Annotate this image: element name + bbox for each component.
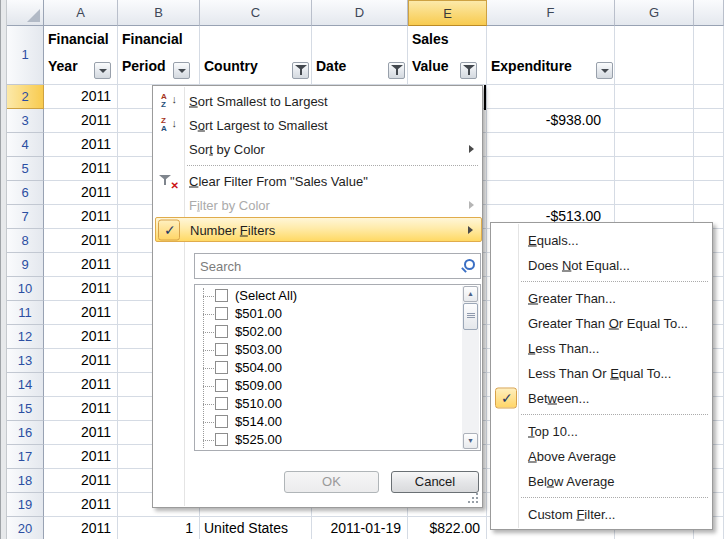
cell-a17[interactable]: 2011 — [44, 445, 118, 469]
cell-a13[interactable]: 2011 — [44, 349, 118, 373]
filter-value-item[interactable]: $514.00 — [197, 413, 442, 431]
row-header-2[interactable]: 2 — [7, 85, 44, 109]
column-header-e[interactable]: E — [408, 0, 487, 26]
column-header-a[interactable]: A — [44, 0, 118, 26]
row-header-7[interactable]: 7 — [7, 205, 44, 229]
cell-x3[interactable] — [694, 109, 724, 133]
cell-x4[interactable] — [694, 133, 724, 157]
menu-item-clear-filter[interactable]: ✕Clear Filter From "Sales Value" — [155, 169, 482, 193]
filter-value-item[interactable]: (Select All) — [197, 287, 442, 305]
cell-a3[interactable]: 2011 — [44, 109, 118, 133]
filter-button-c[interactable] — [292, 62, 309, 79]
filter-value-item[interactable]: $504.00 — [197, 359, 442, 377]
menu-item-sort-largest-to-smallest[interactable]: ZA↓Sort Largest to Smallest — [155, 113, 482, 137]
list-scrollbar[interactable] — [462, 286, 479, 449]
scroll-down-button[interactable] — [463, 433, 478, 449]
menu-item-sort-smallest-to-largest[interactable]: AZ↓Sort Smallest to Largest — [155, 89, 482, 113]
cell-g4[interactable] — [615, 133, 694, 157]
cell-a20[interactable]: 2011 — [44, 517, 118, 539]
column-header-c[interactable]: C — [200, 0, 312, 26]
row-header-12[interactable]: 12 — [7, 325, 44, 349]
row-header-10[interactable]: 10 — [7, 277, 44, 301]
row-header-19[interactable]: 19 — [7, 493, 44, 517]
menu-item-number-filters[interactable]: Number Filters — [155, 217, 482, 242]
cell-a15[interactable]: 2011 — [44, 397, 118, 421]
column-header-g[interactable]: G — [615, 0, 694, 26]
resize-grip[interactable] — [466, 491, 479, 504]
submenu-item-greater-than-or-equal-to[interactable]: Greater Than Or Equal To... — [493, 310, 712, 335]
filter-button-a[interactable] — [94, 62, 111, 79]
ok-button[interactable]: OK — [284, 471, 379, 493]
cell-x5[interactable] — [694, 157, 724, 181]
cell-a19[interactable]: 2011 — [44, 493, 118, 517]
cell-a8[interactable]: 2011 — [44, 229, 118, 253]
cell-x2[interactable] — [694, 85, 724, 109]
cell-a10[interactable]: 2011 — [44, 277, 118, 301]
column-header-b[interactable]: B — [118, 0, 200, 26]
cell-a16[interactable]: 2011 — [44, 421, 118, 445]
cell-f6[interactable] — [487, 181, 615, 205]
header-cell-g[interactable] — [615, 26, 694, 85]
column-header-d[interactable]: D — [312, 0, 408, 26]
row-header-8[interactable]: 8 — [7, 229, 44, 253]
cell-x6[interactable] — [694, 181, 724, 205]
scroll-up-button[interactable] — [463, 286, 478, 302]
menu-item-sort-by-color[interactable]: Sort by Color — [155, 137, 482, 161]
submenu-item-greater-than[interactable]: Greater Than... — [493, 285, 712, 310]
submenu-item-custom-filter[interactable]: Custom Filter... — [493, 501, 712, 526]
row-header-18[interactable]: 18 — [7, 469, 44, 493]
scroll-thumb[interactable] — [463, 303, 478, 330]
submenu-item-less-than-or-equal-to[interactable]: Less Than Or Equal To... — [493, 360, 712, 385]
cell-a5[interactable]: 2011 — [44, 157, 118, 181]
row-header-17[interactable]: 17 — [7, 445, 44, 469]
submenu-item-below-average[interactable]: Below Average — [493, 468, 712, 493]
cell-b20[interactable]: 1 — [118, 517, 200, 539]
row-header-6[interactable]: 6 — [7, 181, 44, 205]
submenu-item-above-average[interactable]: Above Average — [493, 443, 712, 468]
cell-f5[interactable] — [487, 157, 615, 181]
cell-g3[interactable] — [615, 109, 694, 133]
submenu-item-equals[interactable]: Equals... — [493, 227, 712, 252]
cell-a9[interactable]: 2011 — [44, 253, 118, 277]
select-all-corner[interactable] — [7, 0, 44, 26]
column-header-extra[interactable] — [694, 0, 724, 26]
row-header-14[interactable]: 14 — [7, 373, 44, 397]
search-input[interactable] — [194, 253, 481, 279]
cell-c20[interactable]: United States — [200, 517, 312, 539]
submenu-item-does-not-equal[interactable]: Does Not Equal... — [493, 252, 712, 277]
cell-a7[interactable]: 2011 — [44, 205, 118, 229]
cell-f3[interactable]: -$938.00 — [487, 109, 615, 133]
cell-a11[interactable]: 2011 — [44, 301, 118, 325]
filter-value-item[interactable]: $509.00 — [197, 377, 442, 395]
row-header-5[interactable]: 5 — [7, 157, 44, 181]
submenu-item-less-than[interactable]: Less Than... — [493, 335, 712, 360]
cell-g2[interactable] — [615, 85, 694, 109]
cell-f2[interactable] — [487, 85, 615, 109]
cell-a12[interactable]: 2011 — [44, 325, 118, 349]
cell-a2[interactable]: 2011 — [44, 85, 118, 109]
filter-value-item-partial[interactable] — [197, 449, 442, 451]
submenu-item-between[interactable]: Between... — [493, 385, 712, 410]
cell-d20[interactable]: 2011-01-19 — [312, 517, 408, 539]
row-header-20[interactable]: 20 — [7, 517, 44, 539]
cell-a6[interactable]: 2011 — [44, 181, 118, 205]
column-header-f[interactable]: F — [487, 0, 615, 26]
filter-value-item[interactable]: $501.00 — [197, 305, 442, 323]
row-header-13[interactable]: 13 — [7, 349, 44, 373]
row-header-4[interactable]: 4 — [7, 133, 44, 157]
row-header-11[interactable]: 11 — [7, 301, 44, 325]
cell-e20[interactable]: $822.00 — [408, 517, 487, 539]
row-header-15[interactable]: 15 — [7, 397, 44, 421]
cell-a4[interactable]: 2011 — [44, 133, 118, 157]
row-header-1[interactable]: 1 — [7, 26, 44, 85]
row-header-16[interactable]: 16 — [7, 421, 44, 445]
filter-button-e[interactable] — [460, 62, 477, 79]
row-header-3[interactable]: 3 — [7, 109, 44, 133]
filter-button-b[interactable] — [173, 62, 190, 79]
submenu-item-top-10[interactable]: Top 10... — [493, 418, 712, 443]
header-cell-x[interactable] — [694, 26, 724, 85]
cell-g5[interactable] — [615, 157, 694, 181]
cell-f4[interactable] — [487, 133, 615, 157]
filter-value-item[interactable]: $525.00 — [197, 431, 442, 449]
cancel-button[interactable]: Cancel — [391, 471, 479, 493]
